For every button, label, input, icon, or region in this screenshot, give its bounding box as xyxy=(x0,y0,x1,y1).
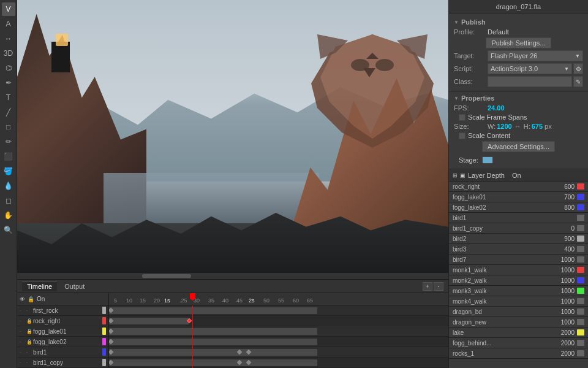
canvas-hscrollbar[interactable] xyxy=(17,273,448,279)
brush-tool[interactable]: ⬛ xyxy=(2,150,15,163)
depth-color-bar xyxy=(577,298,584,304)
depth-row-rock_right[interactable]: rock_right 600 xyxy=(449,182,588,192)
depth-row-lake[interactable]: lake 2000 xyxy=(449,328,588,338)
px-label: px xyxy=(545,123,552,130)
publish-triangle: ▼ xyxy=(454,20,459,25)
eraser-tool[interactable]: ◻ xyxy=(2,194,15,207)
script-row: Script: ActionScript 3.0 ▼ ⚙ xyxy=(454,63,583,74)
track-row-fogg-lake02[interactable] xyxy=(109,337,448,347)
layer-row-bird1[interactable]: · · bird1 xyxy=(17,347,108,358)
depth-value: 1000 xyxy=(549,267,577,274)
rect-tool[interactable]: □ xyxy=(2,120,15,134)
subselect-tool[interactable]: A xyxy=(2,17,15,31)
ruler-label-1s: 1s xyxy=(164,297,170,304)
layer-color-fogg-lake02 xyxy=(102,338,106,345)
free-transform-tool[interactable]: ↔ xyxy=(2,32,15,45)
timeline-tracks-area[interactable]: 5 10 15 20 1s .25 30 35 40 45 2s 50 55 6… xyxy=(109,293,448,368)
publish-section-header[interactable]: ▼ Publish xyxy=(454,18,583,26)
depth-row-bird3[interactable]: bird3 400 xyxy=(449,244,588,255)
layer-color-bird1-copy xyxy=(102,359,106,366)
target-dropdown[interactable]: Flash Player 26 ▼ xyxy=(488,50,583,61)
3d-tool[interactable]: 3D xyxy=(2,47,15,60)
scale-frame-spans-checkbox[interactable] xyxy=(459,114,466,121)
layer-row-rock-right[interactable]: · 🔒 rock_right xyxy=(17,316,108,326)
timeline-tabs: Timeline Output + - xyxy=(17,280,448,293)
depth-name: monk3_walk xyxy=(453,288,549,294)
layer-lock-icon: 🔒 xyxy=(26,339,31,344)
tab-output[interactable]: Output xyxy=(59,282,89,291)
class-edit-btn[interactable]: ✎ xyxy=(573,76,583,87)
delete-layer-btn[interactable]: - xyxy=(434,282,443,291)
layer-row-fogg-lake02[interactable]: · 🔒 fogg_lake02 xyxy=(17,337,108,347)
depth-row-rocks_1[interactable]: rocks_1 2000 xyxy=(449,348,588,359)
eyedropper-tool[interactable]: 💧 xyxy=(2,179,15,193)
svg-point-5 xyxy=(375,59,394,71)
scale-content-row: Scale Content xyxy=(454,132,583,139)
depth-row-bird1_copy[interactable]: bird1_copy 0 xyxy=(449,223,588,234)
layer-lock-icon: 🔒 xyxy=(26,329,31,334)
depth-color-bar xyxy=(577,183,584,190)
new-layer-btn[interactable]: + xyxy=(423,282,432,291)
depth-row-monk4_walk[interactable]: monk4_walk 1000 xyxy=(449,296,588,307)
scene-lake xyxy=(104,173,319,223)
pen-tool[interactable]: ✒ xyxy=(2,76,15,90)
canvas-hscroll-thumb[interactable] xyxy=(142,274,191,278)
tab-timeline[interactable]: Timeline xyxy=(22,281,57,291)
depth-color-bar xyxy=(577,236,584,242)
depth-row-dragon_bd[interactable]: dragon_bd 1000 xyxy=(449,307,588,317)
layer-row-first-rock[interactable]: · · first_rock xyxy=(17,305,108,316)
layer-name-bird1-copy: bird1_copy xyxy=(33,359,100,366)
depth-row-monk2_walk[interactable]: monk2_walk 1000 xyxy=(449,275,588,286)
depth-row-bird7[interactable]: bird7 1000 xyxy=(449,255,588,265)
track-row-bird1-copy[interactable] xyxy=(109,358,448,368)
advanced-settings-btn[interactable]: Advanced Settings... xyxy=(482,141,555,152)
script-dropdown[interactable]: ActionScript 3.0 ▼ xyxy=(488,63,572,74)
depth-row-dragon_new[interactable]: dragon_new 1000 xyxy=(449,317,588,328)
publish-settings-btn[interactable]: Publish Settings... xyxy=(486,37,551,48)
canvas-area[interactable] xyxy=(17,0,448,279)
select-tool[interactable]: V xyxy=(2,2,15,16)
fps-value[interactable]: 24.00 xyxy=(488,104,505,112)
target-row: Target: Flash Player 26 ▼ xyxy=(454,50,583,61)
depth-row-bird2[interactable]: bird2 900 xyxy=(449,234,588,244)
track-row-first-rock[interactable] xyxy=(109,305,448,316)
scale-content-checkbox[interactable] xyxy=(459,132,466,139)
text-tool[interactable]: T xyxy=(2,91,15,104)
zoom-tool[interactable]: 🔍 xyxy=(2,223,15,237)
script-value: ActionScript 3.0 xyxy=(491,65,538,72)
hand-tool[interactable]: ✋ xyxy=(2,209,15,222)
width-value[interactable]: 1200 xyxy=(497,123,511,130)
stage-label: Stage: xyxy=(459,156,478,164)
paint-bucket-tool[interactable]: 🪣 xyxy=(2,164,15,178)
properties-section-header[interactable]: ▼ Properties xyxy=(454,94,583,102)
depth-color-bar xyxy=(577,256,584,263)
track-row-fogg-lake01[interactable] xyxy=(109,326,448,337)
depth-value: 400 xyxy=(549,246,577,253)
layer-row-fogg-lake01[interactable]: · 🔒 fogg_lake01 xyxy=(17,326,108,337)
depth-color-bar xyxy=(577,277,584,283)
width-label: W: xyxy=(488,123,496,130)
depth-row-fogg_lake02[interactable]: fogg_lake02 800 xyxy=(449,202,588,213)
depth-row-bird1[interactable]: bird1 xyxy=(449,213,588,223)
span-fogg-lake02 xyxy=(109,339,317,345)
line-tool[interactable]: ╱ xyxy=(2,105,15,119)
depth-color-bar xyxy=(577,246,584,252)
track-row-bird1[interactable] xyxy=(109,347,448,358)
script-settings-btn[interactable]: ⚙ xyxy=(573,63,583,74)
timeline-tracks[interactable] xyxy=(109,305,448,368)
ruler-marks: 5 10 15 20 1s .25 30 35 40 45 2s 50 55 6… xyxy=(109,293,448,305)
script-label: Script: xyxy=(454,65,488,72)
lasso-tool[interactable]: ⌬ xyxy=(2,61,15,75)
class-input[interactable] xyxy=(488,76,572,87)
height-value[interactable]: 675 xyxy=(532,123,543,130)
size-label: Size: xyxy=(454,123,488,130)
layer-row-bird1-copy[interactable]: · · bird1_copy xyxy=(17,358,108,368)
pencil-tool[interactable]: ✏ xyxy=(2,135,15,148)
depth-row-fogg_lake01[interactable]: fogg_lake01 700 xyxy=(449,192,588,202)
depth-row-monk1_walk[interactable]: monk1_walk 1000 xyxy=(449,265,588,275)
ruler-tick-15: 15 xyxy=(140,297,146,304)
depth-row-fogg_behind...[interactable]: fogg_behind... 2000 xyxy=(449,338,588,348)
depth-row-monk3_walk[interactable]: monk3_walk 1000 xyxy=(449,286,588,296)
track-row-rock-right[interactable] xyxy=(109,316,448,326)
stage-color-swatch[interactable] xyxy=(482,156,493,164)
